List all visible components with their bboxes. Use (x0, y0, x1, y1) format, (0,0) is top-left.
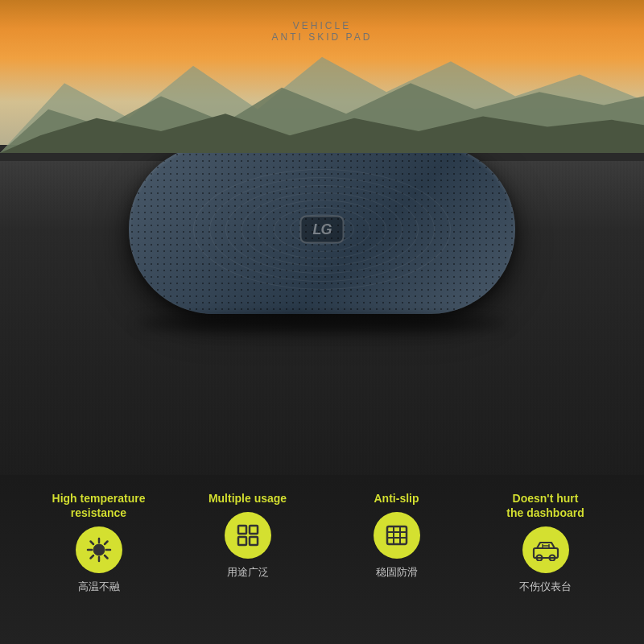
feature-anti-slip-label: Anti-slip (374, 491, 419, 506)
sun-icon (86, 537, 112, 563)
svg-rect-13 (250, 526, 258, 534)
shield-grid-icon (384, 522, 410, 548)
feature-no-dashboard-damage-label: Doesn't hurt the dashboard (506, 491, 584, 520)
feature-anti-slip: Anti-slip 稳固防滑 (322, 491, 471, 580)
features-section: High temperature resistance 高温不融 (0, 475, 644, 644)
feature-anti-slip-icon (374, 512, 420, 559)
pad-logo: LG (300, 216, 345, 244)
svg-rect-14 (238, 537, 246, 545)
pad-logo-text: LG (313, 221, 332, 238)
feature-high-temp-chinese: 高温不融 (78, 580, 120, 594)
pad-body: LG (129, 145, 515, 314)
feature-no-dashboard-damage: Doesn't hurt the dashboard 不伤仪表台 (471, 491, 620, 594)
svg-line-9 (105, 555, 108, 559)
feature-anti-slip-chinese: 稳固防滑 (376, 565, 418, 580)
pad-shadow (137, 316, 507, 332)
feature-high-temp-label: High temperature resistance (52, 491, 146, 520)
feature-multiple-usage-label: Multiple usage (208, 491, 287, 506)
product-title: VEHICLE ANTI SKID PAD (272, 20, 373, 43)
antiskid-pad: LG (129, 145, 515, 322)
svg-rect-12 (238, 526, 246, 534)
feature-multiple-usage: Multiple usage 用途广泛 (173, 491, 322, 580)
feature-multiple-usage-chinese: 用途广泛 (227, 565, 269, 580)
title-line1: VEHICLE (272, 20, 373, 31)
svg-rect-15 (250, 537, 258, 545)
svg-line-11 (90, 555, 93, 559)
product-photo: VEHICLE ANTI SKID PAD LG (0, 0, 644, 475)
feature-no-dashboard-damage-chinese: 不伤仪表台 (519, 580, 572, 594)
features-row: High temperature resistance 高温不融 (24, 491, 620, 632)
car-icon (532, 539, 559, 561)
svg-line-8 (90, 542, 93, 545)
feature-multiple-usage-icon (225, 512, 271, 559)
svg-line-10 (105, 542, 108, 545)
feature-high-temp: High temperature resistance 高温不融 (24, 491, 173, 594)
feature-high-temp-icon (76, 526, 122, 573)
mountain-silhouette (0, 48, 644, 153)
feature-no-dashboard-damage-icon (522, 526, 569, 573)
svg-point-3 (93, 544, 105, 555)
svg-rect-16 (387, 526, 407, 544)
title-line2: ANTI SKID PAD (272, 31, 373, 43)
grid-icon (235, 522, 261, 548)
